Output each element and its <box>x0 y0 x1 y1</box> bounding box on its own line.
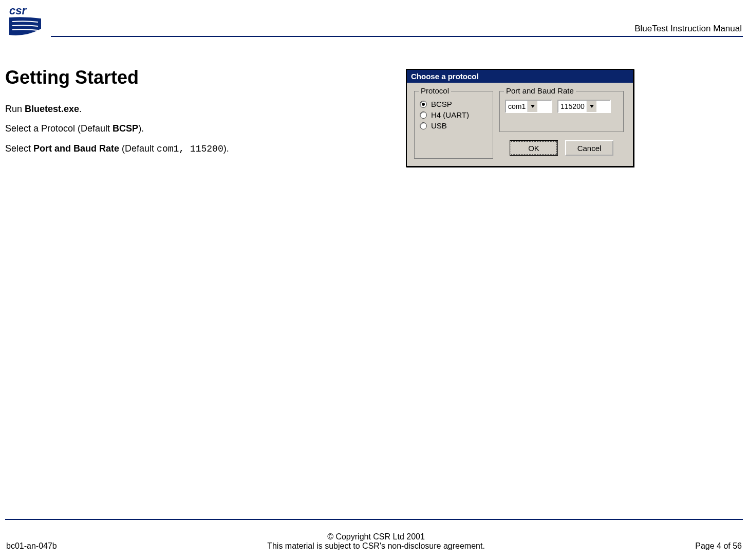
port-baud-legend: Port and Baud Rate <box>504 86 576 95</box>
choose-protocol-dialog: Choose a protocol Protocol BCSP H4 (UART… <box>406 69 634 167</box>
radio-usb[interactable]: USB <box>420 121 488 130</box>
text: Select a Protocol (Default <box>5 123 113 134</box>
port-baud-fieldset: Port and Baud Rate com1 115200 <box>499 91 624 132</box>
footer-center: © Copyright CSR Ltd 2001 This material i… <box>57 532 696 551</box>
csr-logo: csr <box>5 3 46 40</box>
baud-dropdown[interactable]: 115200 <box>557 100 611 113</box>
footer-nda: This material is subject to CSR's non-di… <box>57 542 696 551</box>
protocol-legend: Protocol <box>419 86 451 95</box>
cancel-button-label: Cancel <box>577 144 602 153</box>
radio-icon <box>420 122 427 129</box>
bold-text: Bluetest.exe <box>25 104 79 114</box>
bold-text: BCSP <box>113 123 138 134</box>
text: Select <box>5 143 33 154</box>
footer-divider <box>5 519 743 520</box>
radio-bcsp[interactable]: BCSP <box>420 100 488 108</box>
port-value: com1 <box>506 101 528 112</box>
footer-copyright: © Copyright CSR Ltd 2001 <box>57 532 696 542</box>
footer-doc-code: bc01-an-047b <box>6 542 57 551</box>
chevron-down-icon <box>587 101 596 112</box>
header-divider <box>51 36 743 37</box>
text: ). <box>138 123 144 134</box>
radio-label: H4 (UART) <box>431 110 469 119</box>
mono-text: com1, 115200 <box>157 144 223 154</box>
text: Run <box>5 104 25 114</box>
radio-label: BCSP <box>431 100 452 108</box>
header-doc-title: BlueTest Instruction Manual <box>634 24 742 34</box>
dialog-titlebar[interactable]: Choose a protocol <box>407 70 633 83</box>
ok-button-label: OK <box>511 141 557 155</box>
chevron-down-icon <box>528 101 537 112</box>
protocol-fieldset: Protocol BCSP H4 (UART) USB <box>414 91 493 159</box>
dialog-right-column: Port and Baud Rate com1 115200 <box>499 91 624 156</box>
baud-value: 115200 <box>558 101 587 112</box>
radio-icon <box>420 111 427 119</box>
page-footer: bc01-an-047b © Copyright CSR Ltd 2001 Th… <box>6 532 742 551</box>
svg-text:csr: csr <box>9 4 27 17</box>
radio-icon <box>420 101 427 108</box>
text: . <box>79 104 82 114</box>
radio-label: USB <box>431 121 447 130</box>
document-page: csr BlueTest Instruction Manual Getting … <box>0 0 748 560</box>
radio-h4[interactable]: H4 (UART) <box>420 110 488 119</box>
cancel-button[interactable]: Cancel <box>565 140 613 156</box>
text: ). <box>223 143 229 154</box>
text: (Default <box>119 143 157 154</box>
ok-button[interactable]: OK <box>510 140 558 156</box>
bold-text: Port and Baud Rate <box>33 143 119 154</box>
footer-page-number: Page 4 of 56 <box>695 542 742 551</box>
port-dropdown[interactable]: com1 <box>505 100 552 113</box>
dialog-button-row: OK Cancel <box>499 140 624 156</box>
dialog-body: Protocol BCSP H4 (UART) USB Port and Bau… <box>407 83 633 166</box>
